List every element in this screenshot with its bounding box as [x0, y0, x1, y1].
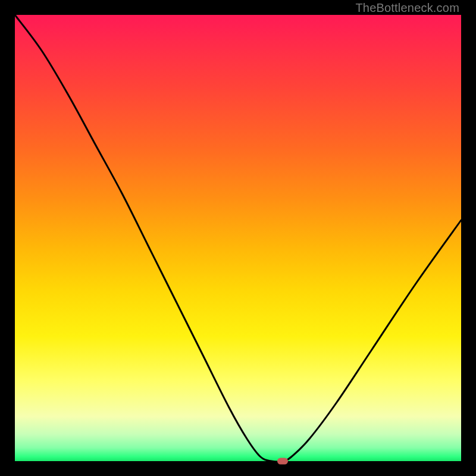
chart-frame: TheBottleneck.com — [0, 0, 476, 476]
watermark-text: TheBottleneck.com — [355, 1, 459, 15]
sweet-spot-marker — [277, 458, 288, 465]
bottleneck-curve — [15, 15, 461, 461]
